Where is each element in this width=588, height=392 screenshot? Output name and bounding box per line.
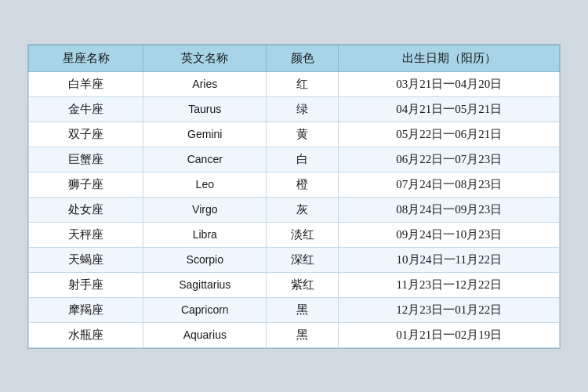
cell-english-name: Sagittarius — [143, 272, 267, 297]
zodiac-table-container: 星座名称 英文名称 颜色 出生日期（阳历） 白羊座Aries红03月21日一04… — [27, 44, 561, 349]
cell-english-name: Taurus — [143, 96, 267, 122]
table-row: 水瓶座Aquarius黑01月21日一02月19日 — [29, 322, 560, 347]
table-row: 双子座Gemini黄05月22日一06月21日 — [29, 122, 560, 147]
table-row: 摩羯座Capricorn黑12月23日一01月22日 — [29, 297, 560, 322]
cell-dates: 10月24日一11月22日 — [339, 247, 560, 272]
cell-english-name: Gemini — [143, 122, 267, 147]
cell-color: 黑 — [267, 322, 339, 347]
cell-color: 橙 — [267, 172, 339, 197]
table-header-row: 星座名称 英文名称 颜色 出生日期（阳历） — [29, 45, 560, 71]
cell-dates: 04月21日一05月21日 — [339, 96, 560, 122]
table-row: 天蝎座Scorpio深红10月24日一11月22日 — [29, 247, 560, 272]
cell-color: 淡红 — [267, 222, 339, 247]
cell-chinese-name: 狮子座 — [29, 172, 143, 197]
cell-dates: 06月22日一07月23日 — [339, 147, 560, 172]
cell-chinese-name: 摩羯座 — [29, 297, 143, 322]
cell-dates: 08月24日一09月23日 — [339, 197, 560, 222]
table-row: 狮子座Leo橙07月24日一08月23日 — [29, 172, 560, 197]
table-row: 处女座Virgo灰08月24日一09月23日 — [29, 197, 560, 222]
cell-chinese-name: 巨蟹座 — [29, 147, 143, 172]
cell-color: 深红 — [267, 247, 339, 272]
table-row: 天秤座Libra淡红09月24日一10月23日 — [29, 222, 560, 247]
header-chinese-name: 星座名称 — [29, 45, 143, 71]
cell-color: 绿 — [267, 96, 339, 122]
cell-color: 红 — [267, 71, 339, 96]
cell-color: 黄 — [267, 122, 339, 147]
cell-chinese-name: 水瓶座 — [29, 322, 143, 347]
cell-color: 黑 — [267, 297, 339, 322]
cell-dates: 05月22日一06月21日 — [339, 122, 560, 147]
cell-english-name: Virgo — [143, 197, 267, 222]
cell-color: 白 — [267, 147, 339, 172]
cell-color: 紫红 — [267, 272, 339, 297]
cell-english-name: Capricorn — [143, 297, 267, 322]
cell-chinese-name: 天蝎座 — [29, 247, 143, 272]
cell-dates: 09月24日一10月23日 — [339, 222, 560, 247]
cell-chinese-name: 双子座 — [29, 122, 143, 147]
header-color: 颜色 — [267, 45, 339, 71]
cell-chinese-name: 白羊座 — [29, 71, 143, 96]
table-row: 射手座Sagittarius紫红11月23日一12月22日 — [29, 272, 560, 297]
cell-chinese-name: 天秤座 — [29, 222, 143, 247]
cell-english-name: Aquarius — [143, 322, 267, 347]
cell-dates: 01月21日一02月19日 — [339, 322, 560, 347]
cell-english-name: Leo — [143, 172, 267, 197]
header-english-name: 英文名称 — [143, 45, 267, 71]
cell-chinese-name: 金牛座 — [29, 96, 143, 122]
cell-dates: 03月21日一04月20日 — [339, 71, 560, 96]
cell-dates: 11月23日一12月22日 — [339, 272, 560, 297]
cell-english-name: Scorpio — [143, 247, 267, 272]
table-row: 白羊座Aries红03月21日一04月20日 — [29, 71, 560, 96]
cell-chinese-name: 射手座 — [29, 272, 143, 297]
cell-english-name: Cancer — [143, 147, 267, 172]
cell-english-name: Aries — [143, 71, 267, 96]
cell-dates: 07月24日一08月23日 — [339, 172, 560, 197]
cell-color: 灰 — [267, 197, 339, 222]
table-row: 金牛座Taurus绿04月21日一05月21日 — [29, 96, 560, 122]
cell-chinese-name: 处女座 — [29, 197, 143, 222]
table-row: 巨蟹座Cancer白06月22日一07月23日 — [29, 147, 560, 172]
cell-english-name: Libra — [143, 222, 267, 247]
header-date: 出生日期（阳历） — [339, 45, 560, 71]
zodiac-table: 星座名称 英文名称 颜色 出生日期（阳历） 白羊座Aries红03月21日一04… — [28, 45, 560, 348]
cell-dates: 12月23日一01月22日 — [339, 297, 560, 322]
table-body: 白羊座Aries红03月21日一04月20日金牛座Taurus绿04月21日一0… — [29, 71, 560, 347]
